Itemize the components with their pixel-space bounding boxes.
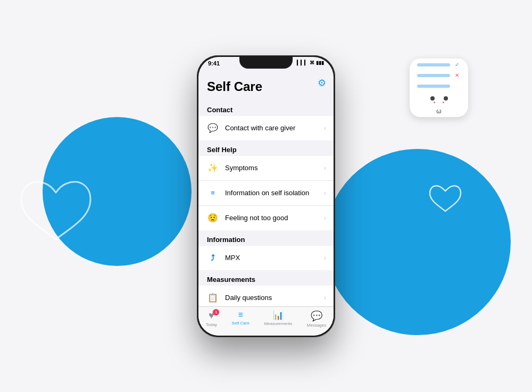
phone-container: 9:41 ▎▎▎ ⌘ ▮▮▮ ⚙ Self Care Contact 💬 [197,55,335,337]
list-item-feeling[interactable]: 😟 Feeling not too good › [198,206,334,230]
heart-left-decoration [16,176,96,250]
phone-frame: 9:41 ▎▎▎ ⌘ ▮▮▮ ⚙ Self Care Contact 💬 [197,55,335,337]
wifi-icon: ⌘ [310,60,314,65]
screen-content: Self Care Contact 💬 Contact with care gi… [198,75,334,306]
list-item-mpx[interactable]: ⤴ MPX › [198,246,334,270]
check-row-2: ✕ [417,72,461,79]
settings-gear-icon[interactable]: ⚙ [318,77,326,89]
tab-measurements-label: Measurements [264,321,292,326]
kawaii-eye-right [444,96,448,101]
check-icon-red: ✕ [453,72,461,79]
tab-self-care-label: Self Care [232,321,250,326]
section-header-measurements: Measurements [198,270,334,286]
tab-today-label: Today [206,322,217,327]
bg-circle-right [325,149,511,335]
tab-messages-label: Messages [307,323,326,328]
checklist-card: ✓ ✕ ω [410,59,468,117]
phone-notch [239,57,293,69]
chevron-icon-4: › [324,214,326,222]
kawaii-mouth: ω [436,107,441,115]
section-header-contact: Contact [198,101,334,116]
chevron-icon-5: › [324,254,326,262]
battery-icon: ▮▮▮ [316,60,324,65]
kawaii-eye-left [430,96,435,101]
information-list: ⤴ MPX › [198,246,334,270]
tab-measurements[interactable]: 📊 Measurements [264,310,292,326]
mpx-text: MPX [225,254,324,262]
symptoms-text: Symptoms [225,164,324,172]
tab-self-care[interactable]: ≡ Self Care [232,310,250,326]
care-giver-icon: 💬 [206,121,220,135]
check-line-3 [417,85,450,88]
measurements-list: 📋 Daily questions › 🌡 Temperature › [198,286,334,306]
daily-questions-text: Daily questions [225,294,324,302]
chevron-icon-3: › [324,189,326,197]
status-time: 9:41 [208,60,220,66]
list-item-symptoms[interactable]: ✨ Symptoms › [198,156,334,181]
check-icon-empty [453,82,461,90]
isolation-icon: ≡ [206,186,220,200]
check-icon-blue: ✓ [453,61,461,69]
feeling-text: Feeling not too good [225,214,324,222]
signal-icon: ▎▎▎ [297,60,308,65]
tab-messages[interactable]: 💬 Messages [307,310,326,328]
heart-right-decoration [428,184,463,215]
symptoms-icon: ✨ [206,161,220,175]
list-item-isolation[interactable]: ≡ Information on self isolation › [198,181,334,206]
isolation-text: Information on self isolation [225,189,324,197]
check-row-1: ✓ [417,61,461,69]
daily-questions-icon: 📋 [206,291,220,305]
contact-list: 💬 Contact with care giver › [198,116,334,140]
care-giver-text: Contact with care giver [225,124,324,132]
section-header-information: Information [198,230,334,246]
tab-messages-icon: 💬 [311,310,322,322]
tab-measurements-icon: 📊 [273,310,284,320]
chevron-icon-6: › [324,294,326,302]
mpx-icon: ⤴ [206,251,220,265]
tab-today[interactable]: ♥ Today 1 [206,310,217,327]
section-header-self-help: Self Help [198,140,334,156]
self-help-list: ✨ Symptoms › ≡ Information on self isola… [198,156,334,230]
list-item-daily-questions[interactable]: 📋 Daily questions › [198,286,334,306]
chevron-icon-2: › [324,164,326,172]
page-title: Self Care [198,75,334,101]
phone-screen: 9:41 ▎▎▎ ⌘ ▮▮▮ ⚙ Self Care Contact 💬 [198,57,334,336]
check-row-3 [417,82,461,90]
tab-today-badge: 1 [213,309,219,315]
status-icons: ▎▎▎ ⌘ ▮▮▮ [297,60,324,65]
feeling-icon: 😟 [206,211,220,225]
tab-self-care-icon: ≡ [238,310,243,320]
kawaii-face [417,96,461,103]
tab-bar: ♥ Today 1 ≡ Self Care 📊 Measurements 💬 M… [198,306,334,336]
chevron-icon: › [324,124,326,132]
list-item-care-giver[interactable]: 💬 Contact with care giver › [198,116,334,140]
check-line-2 [417,74,450,77]
check-line [417,63,450,66]
